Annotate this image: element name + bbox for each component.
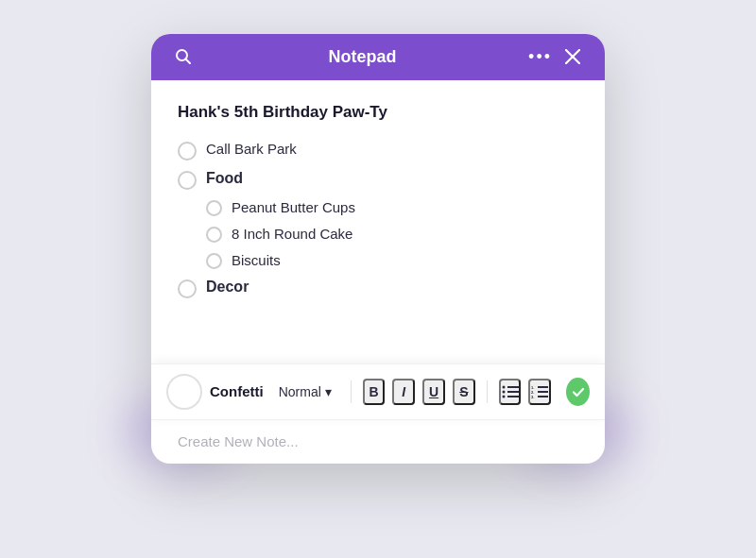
note-content: Hank's 5th Birthday Paw-Ty Call Bark Par… (151, 80, 605, 364)
note-title: Hank's 5th Birthday Paw-Ty (178, 103, 578, 122)
divider-2 (487, 380, 488, 403)
item-text-food: Food (206, 170, 243, 187)
svg-point-6 (502, 395, 505, 397)
item-text-decor: Decor (206, 279, 249, 296)
modal: Notepad ••• Hank's 5th Birthday Paw-Ty C… (151, 34, 605, 464)
unordered-list-button[interactable] (499, 379, 522, 405)
style-label: Normal (279, 384, 321, 399)
underline-button[interactable]: U (422, 379, 445, 405)
item-text-8-inch-round-cake: 8 Inch Round Cake (232, 226, 352, 242)
ordered-list-button[interactable]: 1. 2. 3. (528, 379, 551, 405)
more-icon[interactable]: ••• (528, 47, 552, 67)
list-item[interactable]: Call Bark Park (178, 141, 578, 161)
checkbox-8-inch-round-cake[interactable] (206, 227, 222, 243)
item-text-call-bark-park: Call Bark Park (206, 141, 297, 157)
chevron-down-icon: ▾ (325, 384, 332, 399)
confirm-button[interactable] (566, 378, 590, 406)
checkbox-call-bark-park[interactable] (178, 142, 197, 161)
checkbox-food[interactable] (178, 171, 197, 190)
header-title: Notepad (197, 47, 528, 67)
svg-line-1 (186, 59, 191, 64)
app-wrapper: Notepad ••• Hank's 5th Birthday Paw-Ty C… (151, 34, 605, 525)
style-selector[interactable]: Normal ▾ (279, 384, 332, 399)
checkbox-biscuits[interactable] (206, 253, 222, 269)
checkbox-decor[interactable] (178, 279, 197, 298)
list-item[interactable]: Biscuits (178, 252, 578, 269)
list-item[interactable]: 8 Inch Round Cake (178, 226, 578, 243)
list-item[interactable]: Peanut Butter Cups (178, 199, 578, 216)
list-item[interactable]: Food (178, 170, 578, 190)
divider-1 (351, 380, 352, 403)
search-icon[interactable] (170, 48, 197, 65)
svg-text:3.: 3. (531, 395, 534, 398)
modal-footer: Create New Note... (151, 419, 605, 464)
checkbox-peanut-butter-cups[interactable] (206, 200, 222, 216)
strikethrough-button[interactable]: S (453, 379, 475, 405)
item-text-peanut-butter-cups: Peanut Butter Cups (232, 199, 355, 215)
list-item[interactable]: Decor (178, 279, 578, 298)
modal-header: Notepad ••• (151, 34, 605, 80)
svg-point-4 (502, 385, 505, 388)
close-icon[interactable] (559, 49, 586, 64)
svg-point-5 (502, 390, 505, 393)
avatar (166, 374, 202, 410)
item-text-biscuits: Biscuits (232, 252, 281, 268)
new-note-placeholder[interactable]: Create New Note... (178, 433, 299, 449)
bold-button[interactable]: B (363, 379, 386, 405)
toolbar-user: Confetti (210, 383, 264, 399)
toolbar: Confetti Normal ▾ B I U S (151, 364, 605, 419)
italic-button[interactable]: I (392, 379, 415, 405)
